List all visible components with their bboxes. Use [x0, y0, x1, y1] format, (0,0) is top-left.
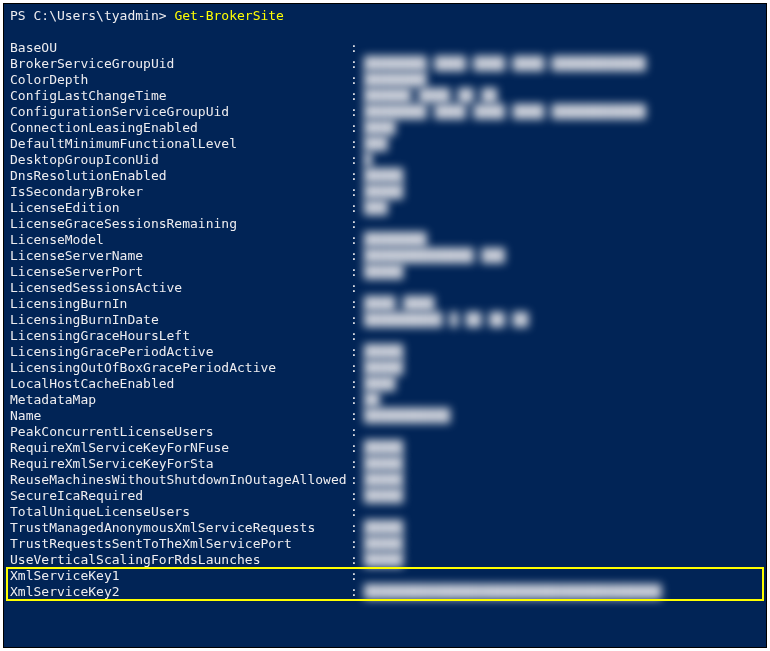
property-value: █ — [364, 152, 372, 168]
colon: : — [350, 328, 364, 344]
colon: : — [350, 200, 364, 216]
output-row: ConnectionLeasingEnabled:████ — [10, 120, 760, 136]
output-row: LicensingBurnInDate:██████████ █ ██ ██ █… — [10, 312, 760, 328]
colon: : — [350, 504, 364, 520]
output-row: RequireXmlServiceKeyForSta:█████ — [10, 456, 760, 472]
property-value: █████ — [364, 536, 403, 552]
colon: : — [350, 280, 364, 296]
property-value: ████ ████ — [364, 296, 434, 312]
property-key: DesktopGroupIconUid — [10, 152, 350, 168]
output-row: BrokerServiceGroupUid:████████-████-████… — [10, 56, 760, 72]
colon: : — [350, 72, 364, 88]
colon: : — [350, 56, 364, 72]
property-key: MetadataMap — [10, 392, 350, 408]
colon: : — [350, 296, 364, 312]
property-key: IsSecondaryBroker — [10, 184, 350, 200]
output-row: LicenseModel:████████ — [10, 232, 760, 248]
property-key: TotalUniqueLicenseUsers — [10, 504, 350, 520]
command-text: Get-BrokerSite — [174, 8, 284, 23]
output-row: TotalUniqueLicenseUsers: — [10, 504, 760, 520]
prompt-text: PS C:\Users\tyadmin> — [10, 8, 174, 23]
colon: : — [350, 232, 364, 248]
property-key: ConfigLastChangeTime — [10, 88, 350, 104]
colon: : — [350, 440, 364, 456]
property-value: ██ — [364, 392, 380, 408]
property-key: TrustManagedAnonymousXmlServiceRequests — [10, 520, 350, 536]
colon: : — [350, 424, 364, 440]
output-row: BaseOU: — [10, 40, 760, 56]
property-key: TrustRequestsSentToTheXmlServicePort — [10, 536, 350, 552]
colon: : — [350, 168, 364, 184]
property-key: XmlServiceKey2 — [10, 584, 350, 600]
property-value: █████ — [364, 552, 403, 568]
property-value: ████████ — [364, 72, 427, 88]
colon: : — [350, 104, 364, 120]
colon: : — [350, 360, 364, 376]
property-value: █████ — [364, 520, 403, 536]
colon: : — [350, 216, 364, 232]
property-key: RequireXmlServiceKeyForNFuse — [10, 440, 350, 456]
property-value: █████ — [364, 344, 403, 360]
output-row: XmlServiceKey2:█████████████████████████… — [10, 584, 760, 600]
output-row: TrustManagedAnonymousXmlServiceRequests:… — [10, 520, 760, 536]
output-row: RequireXmlServiceKeyForNFuse:█████ — [10, 440, 760, 456]
colon: : — [350, 456, 364, 472]
output-row: IsSecondaryBroker:█████ — [10, 184, 760, 200]
colon: : — [350, 136, 364, 152]
output-row: LicenseServerName:██████████████ ███ — [10, 248, 760, 264]
output-row: XmlServiceKey1: — [10, 568, 760, 584]
property-value: █████ — [364, 456, 403, 472]
property-key: PeakConcurrentLicenseUsers — [10, 424, 350, 440]
output-row: TrustRequestsSentToTheXmlServicePort:███… — [10, 536, 760, 552]
property-value: ██████ ████ ██ ██ — [364, 88, 497, 104]
property-value: ███ — [364, 136, 387, 152]
colon: : — [350, 152, 364, 168]
property-key: BaseOU — [10, 40, 350, 56]
colon: : — [350, 120, 364, 136]
property-key: LicenseModel — [10, 232, 350, 248]
property-key: ColorDepth — [10, 72, 350, 88]
colon: : — [350, 488, 364, 504]
property-value: ███ — [364, 200, 387, 216]
colon: : — [350, 536, 364, 552]
property-key: LicensingBurnIn — [10, 296, 350, 312]
colon: : — [350, 248, 364, 264]
property-key: LicenseGraceSessionsRemaining — [10, 216, 350, 232]
output-row: UseVerticalScalingForRdsLaunches:█████ — [10, 552, 760, 568]
output-row: LicenseGraceSessionsRemaining: — [10, 216, 760, 232]
property-key: LicensingOutOfBoxGracePeriodActive — [10, 360, 350, 376]
property-key: RequireXmlServiceKeyForSta — [10, 456, 350, 472]
property-key: LicenseServerName — [10, 248, 350, 264]
output-row: MetadataMap:██ — [10, 392, 760, 408]
colon: : — [350, 264, 364, 280]
colon: : — [350, 568, 364, 584]
property-value: █████ — [364, 264, 403, 280]
property-key: DnsResolutionEnabled — [10, 168, 350, 184]
powershell-terminal[interactable]: PS C:\Users\tyadmin> Get-BrokerSite Base… — [3, 3, 767, 648]
output-row: LicenseEdition:███ — [10, 200, 760, 216]
property-key: LicensingGracePeriodActive — [10, 344, 350, 360]
property-value: ██████████████████████████████████████ — [364, 584, 661, 600]
property-key: LocalHostCacheEnabled — [10, 376, 350, 392]
colon: : — [350, 520, 364, 536]
output-row: LicensingBurnIn:████ ████ — [10, 296, 760, 312]
property-value: ████ — [364, 376, 395, 392]
property-value: █████ — [364, 472, 403, 488]
colon: : — [350, 376, 364, 392]
colon: : — [350, 408, 364, 424]
output-row: LicensedSessionsActive: — [10, 280, 760, 296]
property-key: BrokerServiceGroupUid — [10, 56, 350, 72]
output-row: DefaultMinimumFunctionalLevel:███ — [10, 136, 760, 152]
colon: : — [350, 392, 364, 408]
output-row: LicensingOutOfBoxGracePeriodActive:█████ — [10, 360, 760, 376]
property-value: █████ — [364, 184, 403, 200]
output-row: ConfigurationServiceGroupUid:████████ ██… — [10, 104, 760, 120]
property-value: █████ — [364, 168, 403, 184]
prompt-line: PS C:\Users\tyadmin> Get-BrokerSite — [10, 8, 760, 24]
property-value: ████████ — [364, 232, 427, 248]
property-key: LicenseServerPort — [10, 264, 350, 280]
property-key: LicensingBurnInDate — [10, 312, 350, 328]
output-row: LocalHostCacheEnabled:████ — [10, 376, 760, 392]
property-key: XmlServiceKey1 — [10, 568, 350, 584]
property-key: ConfigurationServiceGroupUid — [10, 104, 350, 120]
